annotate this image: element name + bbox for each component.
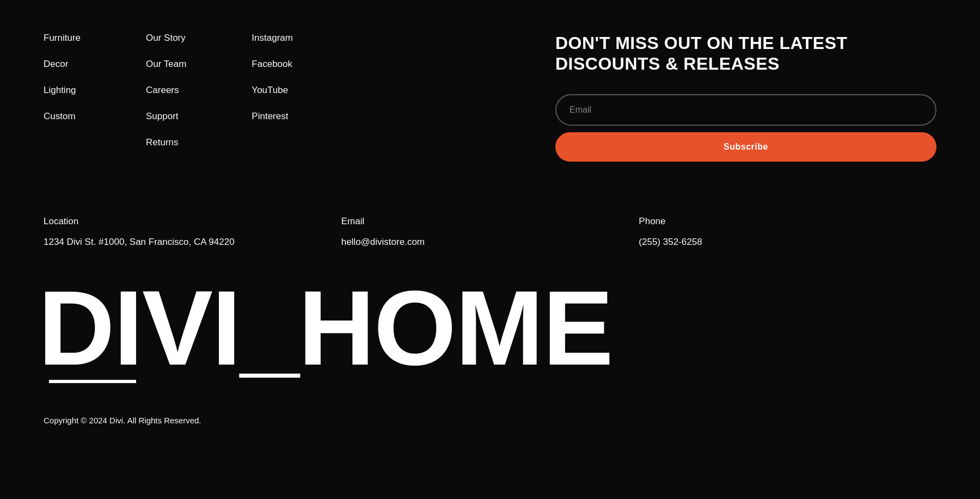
footer-nav: Furniture Decor Lighting Custom Our Stor… [44, 33, 293, 148]
contact-location: Location 1234 Divi St. #1000, San Franci… [44, 216, 341, 248]
phone-label: Phone [639, 216, 936, 227]
footer-contact: Location 1234 Divi St. #1000, San Franci… [44, 205, 936, 248]
nav-link-support[interactable]: Support [146, 111, 186, 122]
nav-link-our-story[interactable]: Our Story [146, 33, 186, 44]
footer-top: Furniture Decor Lighting Custom Our Stor… [44, 33, 936, 162]
phone-value: (255) 352-6258 [639, 237, 936, 248]
contact-email: Email hello@divistore.com [341, 216, 639, 248]
subscribe-heading: DON'T MISS OUT ON THE LATEST DISCOUNTS &… [555, 33, 936, 75]
nav-link-returns[interactable]: Returns [146, 137, 186, 148]
brand-name: DIVI_HOME [38, 280, 936, 376]
subscribe-form: Subscribe [555, 94, 936, 162]
nav-link-custom[interactable]: Custom [44, 111, 81, 122]
nav-link-instagram[interactable]: Instagram [252, 33, 293, 44]
nav-link-careers[interactable]: Careers [146, 85, 186, 96]
email-input[interactable] [555, 94, 936, 126]
email-value: hello@divistore.com [341, 237, 639, 248]
subscribe-section: DON'T MISS OUT ON THE LATEST DISCOUNTS &… [555, 33, 936, 162]
subscribe-button[interactable]: Subscribe [555, 132, 936, 162]
footer: Furniture Decor Lighting Custom Our Stor… [0, 0, 980, 447]
nav-link-furniture[interactable]: Furniture [44, 33, 81, 44]
nav-link-youtube[interactable]: YouTube [252, 85, 293, 96]
nav-link-pinterest[interactable]: Pinterest [252, 111, 293, 122]
nav-col-company: Our Story Our Team Careers Support Retur… [146, 33, 186, 148]
location-label: Location [44, 216, 341, 227]
nav-link-lighting[interactable]: Lighting [44, 85, 81, 96]
nav-link-decor[interactable]: Decor [44, 59, 81, 70]
brand-section: DIVI_HOME [38, 280, 936, 384]
nav-link-our-team[interactable]: Our Team [146, 59, 186, 70]
copyright-text: Copyright © 2024 Divi. All Rights Reserv… [44, 416, 936, 425]
nav-col-social: Instagram Facebook YouTube Pinterest [252, 33, 293, 148]
location-value: 1234 Divi St. #1000, San Francisco, CA 9… [44, 237, 341, 248]
email-label: Email [341, 216, 639, 227]
contact-phone: Phone (255) 352-6258 [639, 216, 936, 248]
nav-col-products: Furniture Decor Lighting Custom [44, 33, 81, 148]
nav-link-facebook[interactable]: Facebook [252, 59, 293, 70]
